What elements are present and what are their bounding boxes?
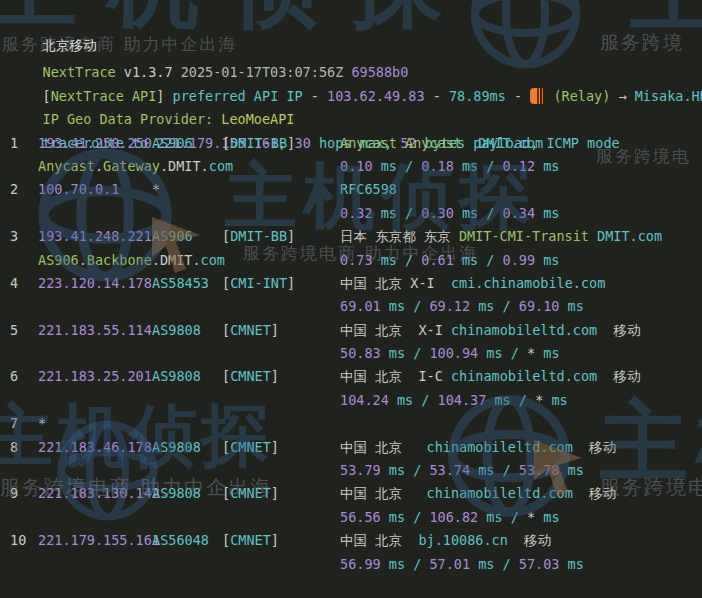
hop-line: 7* bbox=[0, 412, 702, 435]
hop-tag: [CMNET] bbox=[222, 319, 279, 342]
hop-geo: 中国 北京 X-I cmi.chinamobile.com bbox=[340, 272, 605, 295]
hop-geo: 中国 北京 I-C chinamobileltd.com 移动 bbox=[340, 365, 640, 388]
hop-number: 10 bbox=[10, 529, 26, 552]
hop-number: 4 bbox=[10, 272, 18, 295]
hop-number: 2 bbox=[10, 178, 18, 201]
hop-geo: 日本 东京都 东京 DMIT-CMI-Transit DMIT.com bbox=[340, 225, 662, 248]
hop-hostname: Anycast.Gateway.DMIT.com bbox=[38, 155, 233, 178]
hop-line: 1193.41.250.250AS906[DMIT-BB]Anycast Any… bbox=[0, 132, 702, 155]
hop-tag: [CMNET] bbox=[222, 436, 279, 459]
hop-latency: 53.79 ms / 53.74 ms / 53.78 ms bbox=[340, 459, 584, 482]
hop-geo: Anycast Anycast DMIT.com bbox=[340, 132, 543, 155]
hop-line: 6221.183.25.201AS9808[CMNET]中国 北京 I-C ch… bbox=[0, 365, 702, 388]
hop-ip: 193.41.250.250 bbox=[38, 132, 152, 155]
hop-tag: [CMNET] bbox=[222, 482, 279, 505]
hop-line: 5221.183.55.114AS9808[CMNET]中国 北京 X-I ch… bbox=[0, 319, 702, 342]
hop-asn: AS58453 bbox=[152, 272, 209, 295]
hop-line: 56.99 ms / 57.01 ms / 57.03 ms bbox=[0, 553, 702, 576]
terminal-screen[interactable]: 北京移动 NextTrace v1.3.7 2025-01-17T03:07:5… bbox=[0, 0, 702, 598]
hop-geo: 中国 北京 chinamobileltd.com 移动 bbox=[340, 436, 616, 459]
hop-asn: AS9808 bbox=[152, 436, 201, 459]
hop-line: 50.83 ms / 100.94 ms / * ms bbox=[0, 342, 702, 365]
page-title: 北京移动 bbox=[0, 6, 702, 32]
hop-line: 2100.70.0.1*RFC6598 bbox=[0, 178, 702, 201]
divider-line: ----------------------------------------… bbox=[0, 576, 702, 598]
hop-asn: AS906 bbox=[152, 132, 193, 155]
hop-asn: * bbox=[152, 178, 160, 201]
hop-line: 0.32 ms / 0.30 ms / 0.34 ms bbox=[0, 202, 702, 225]
hop-number: 3 bbox=[10, 225, 18, 248]
hop-line: Anycast.Gateway.DMIT.com0.10 ms / 0.18 m… bbox=[0, 155, 702, 178]
hop-ip: 221.183.25.201 bbox=[38, 365, 152, 388]
hop-tag: [DMIT-BB] bbox=[222, 132, 295, 155]
hop-line: 56.56 ms / 106.82 ms / * ms bbox=[0, 506, 702, 529]
hop-latency: 0.73 ms / 0.61 ms / 0.99 ms bbox=[340, 249, 560, 272]
hop-tag: [CMI-INT] bbox=[222, 272, 295, 295]
hop-asn: AS56048 bbox=[152, 529, 209, 552]
hop-line: AS906.Backbone.DMIT.com0.73 ms / 0.61 ms… bbox=[0, 249, 702, 272]
hop-line: 8221.183.46.178AS9808[CMNET]中国 北京 chinam… bbox=[0, 436, 702, 459]
hop-number: 8 bbox=[10, 436, 18, 459]
hop-asn: AS9808 bbox=[152, 319, 201, 342]
hop-ip: 223.120.14.178 bbox=[38, 272, 152, 295]
hop-tag: [CMNET] bbox=[222, 529, 279, 552]
hop-line: 69.01 ms / 69.12 ms / 69.10 ms bbox=[0, 295, 702, 318]
hop-line: 3193.41.248.221AS906[DMIT-BB]日本 东京都 东京 D… bbox=[0, 225, 702, 248]
hop-latency: 104.24 ms / 104.37 ms / * ms bbox=[340, 389, 568, 412]
hop-list: 1193.41.250.250AS906[DMIT-BB]Anycast Any… bbox=[0, 132, 702, 576]
version-line: NextTrace v1.3.7 2025-01-17T03:07:56Z 69… bbox=[0, 38, 702, 61]
hop-latency: 0.32 ms / 0.30 ms / 0.34 ms bbox=[340, 202, 560, 225]
hop-geo: 中国 北京 bj.10086.cn 移动 bbox=[340, 529, 551, 552]
hop-hostname: AS906.Backbone.DMIT.com bbox=[38, 249, 225, 272]
api-line: [NextTrace API] preferred API IP - 103.6… bbox=[0, 61, 702, 84]
hop-geo: RFC6598 bbox=[340, 178, 397, 201]
hop-line: 4223.120.14.178AS58453[CMI-INT]中国 北京 X-I… bbox=[0, 272, 702, 295]
hop-latency: 0.10 ms / 0.18 ms / 0.12 ms bbox=[340, 155, 560, 178]
hop-tag: [CMNET] bbox=[222, 365, 279, 388]
hop-number: 1 bbox=[10, 132, 18, 155]
hop-number: 6 bbox=[10, 365, 18, 388]
geo-provider-line: IP Geo Data Provider: LeoMoeAPI bbox=[0, 85, 702, 108]
hop-ip: 221.183.55.114 bbox=[38, 319, 152, 342]
hop-ip: 100.70.0.1 bbox=[38, 178, 119, 201]
hop-geo: 中国 北京 chinamobileltd.com 移动 bbox=[340, 482, 616, 505]
hop-tag: [DMIT-BB] bbox=[222, 225, 295, 248]
hop-number: 7 bbox=[10, 412, 18, 435]
hop-latency: 56.56 ms / 106.82 ms / * ms bbox=[340, 506, 560, 529]
hop-latency: 69.01 ms / 69.12 ms / 69.10 ms bbox=[340, 295, 584, 318]
hop-line: 53.79 ms / 53.74 ms / 53.78 ms bbox=[0, 459, 702, 482]
hop-latency: 56.99 ms / 57.01 ms / 57.03 ms bbox=[340, 553, 584, 576]
hop-latency: 50.83 ms / 100.94 ms / * ms bbox=[340, 342, 560, 365]
hop-ip: 193.41.248.221 bbox=[38, 225, 152, 248]
hop-line: 9221.183.130.142AS9808[CMNET]中国 北京 china… bbox=[0, 482, 702, 505]
hop-geo: 中国 北京 X-I chinamobileltd.com 移动 bbox=[340, 319, 640, 342]
hop-ip: 221.179.155.161 bbox=[38, 529, 160, 552]
hop-ip: 221.183.46.178 bbox=[38, 436, 152, 459]
hop-line: 10221.179.155.161AS56048[CMNET]中国 北京 bj.… bbox=[0, 529, 702, 552]
hop-ip: * bbox=[38, 412, 46, 435]
hop-asn: AS906 bbox=[152, 225, 193, 248]
hop-asn: AS9808 bbox=[152, 482, 201, 505]
hop-number: 9 bbox=[10, 482, 18, 505]
hop-number: 5 bbox=[10, 319, 18, 342]
hop-asn: AS9808 bbox=[152, 365, 201, 388]
hop-line: 104.24 ms / 104.37 ms / * ms bbox=[0, 389, 702, 412]
traceroute-summary-line: traceroute to 221.179.155.161, 30 hops m… bbox=[0, 108, 702, 131]
hop-ip: 221.183.130.142 bbox=[38, 482, 160, 505]
